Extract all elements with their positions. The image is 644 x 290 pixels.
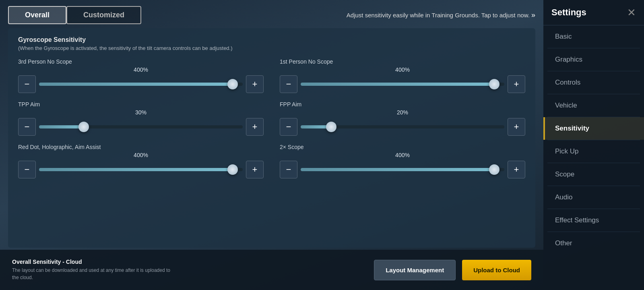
- slider-plus-4[interactable]: +: [246, 161, 264, 178]
- sidebar-title: Settings: [551, 7, 586, 18]
- cloud-info: Overall Sensitivity - Cloud The layout c…: [12, 259, 366, 281]
- tabs-row: Overall Customized Adjust sensitivity ea…: [8, 6, 535, 24]
- sidebar-header: Settings ✕: [543, 0, 644, 25]
- main-content: Overall Customized Adjust sensitivity ea…: [0, 0, 543, 290]
- slider-row-3: − +: [280, 118, 525, 136]
- slider-track-4[interactable]: [39, 168, 243, 171]
- upload-to-cloud-button[interactable]: Upload to Cloud: [462, 260, 531, 280]
- sidebar-item-controls[interactable]: Controls: [543, 71, 644, 94]
- sidebar-item-scope[interactable]: Scope: [543, 163, 644, 186]
- layout-management-button[interactable]: Layout Management: [374, 260, 456, 280]
- sidebar-item-pickup[interactable]: Pick Up: [543, 140, 644, 163]
- slider-group-3: FPP Aim 20% − +: [280, 101, 525, 136]
- sidebar-item-effect-settings[interactable]: Effect Settings: [543, 209, 644, 232]
- gyro-desc: (When the Gyroscope is activated, the se…: [18, 45, 525, 51]
- bottom-bar: Overall Sensitivity - Cloud The layout c…: [0, 250, 543, 290]
- sidebar-item-sensitivity[interactable]: Sensitivity: [543, 117, 644, 140]
- slider-value-2: 30%: [18, 109, 264, 116]
- training-hint[interactable]: Adjust sensitivity easily while in Train…: [347, 11, 535, 19]
- slider-minus-3[interactable]: −: [280, 118, 297, 136]
- settings-panel: Gyroscope Sensitivity (When the Gyroscop…: [8, 28, 535, 248]
- slider-group-2: TPP Aim 30% − +: [18, 101, 264, 136]
- slider-group-4: Red Dot, Holographic, Aim Assist 400% − …: [18, 144, 264, 178]
- slider-label-0: 3rd Person No Scope: [18, 58, 264, 65]
- slider-label-5: 2× Scope: [280, 144, 525, 150]
- slider-label-3: FPP Aim: [280, 101, 525, 108]
- slider-row-5: − +: [280, 161, 525, 178]
- cloud-title: Overall Sensitivity - Cloud: [12, 259, 366, 265]
- slider-track-1[interactable]: [301, 83, 504, 86]
- slider-track-3[interactable]: [301, 125, 504, 128]
- sidebar-item-graphics[interactable]: Graphics: [543, 48, 644, 71]
- slider-minus-5[interactable]: −: [280, 161, 297, 178]
- tab-customized[interactable]: Customized: [66, 6, 141, 24]
- slider-row-2: − +: [18, 118, 264, 136]
- training-hint-text: Adjust sensitivity easily while in Train…: [347, 12, 530, 19]
- slider-value-3: 20%: [280, 109, 525, 116]
- training-arrow-icon: »: [531, 11, 535, 19]
- slider-value-5: 400%: [280, 152, 525, 158]
- slider-value-1: 400%: [280, 66, 525, 73]
- close-button[interactable]: ✕: [627, 7, 636, 18]
- slider-track-2[interactable]: [39, 125, 243, 128]
- sidebar-item-vehicle[interactable]: Vehicle: [543, 94, 644, 117]
- bottom-buttons: Layout Management Upload to Cloud: [374, 260, 531, 280]
- slider-group-0: 3rd Person No Scope 400% − +: [18, 58, 264, 93]
- slider-plus-2[interactable]: +: [246, 118, 264, 136]
- sidebar-item-audio[interactable]: Audio: [543, 186, 644, 209]
- sidebar-item-other[interactable]: Other: [543, 232, 644, 255]
- slider-group-1: 1st Person No Scope 400% − +: [280, 58, 525, 93]
- cloud-desc: The layout can be downloaded and used at…: [12, 267, 366, 281]
- slider-track-5[interactable]: [301, 168, 504, 171]
- slider-group-5: 2× Scope 400% − +: [280, 144, 525, 178]
- slider-row-1: − +: [280, 75, 525, 93]
- slider-plus-3[interactable]: +: [508, 118, 525, 136]
- slider-minus-2[interactable]: −: [18, 118, 36, 136]
- gyro-title: Gyroscope Sensitivity: [18, 36, 525, 44]
- sidebar-menu: BasicGraphicsControlsVehicleSensitivityP…: [543, 25, 644, 290]
- sidebar: Settings ✕ BasicGraphicsControlsVehicleS…: [543, 0, 644, 290]
- slider-plus-1[interactable]: +: [508, 75, 525, 93]
- slider-track-0[interactable]: [39, 83, 243, 86]
- slider-label-2: TPP Aim: [18, 101, 264, 108]
- slider-plus-0[interactable]: +: [246, 75, 264, 93]
- slider-value-4: 400%: [18, 152, 264, 158]
- slider-minus-1[interactable]: −: [280, 75, 297, 93]
- sliders-grid: 3rd Person No Scope 400% − + 1st Person …: [18, 58, 525, 178]
- slider-row-4: − +: [18, 161, 264, 178]
- slider-minus-0[interactable]: −: [18, 75, 36, 93]
- slider-label-4: Red Dot, Holographic, Aim Assist: [18, 144, 264, 150]
- slider-value-0: 400%: [18, 66, 264, 73]
- slider-minus-4[interactable]: −: [18, 161, 36, 178]
- sidebar-item-basic[interactable]: Basic: [543, 25, 644, 48]
- slider-plus-5[interactable]: +: [508, 161, 525, 178]
- slider-row-0: − +: [18, 75, 264, 93]
- slider-label-1: 1st Person No Scope: [280, 58, 525, 65]
- tab-overall[interactable]: Overall: [8, 6, 66, 24]
